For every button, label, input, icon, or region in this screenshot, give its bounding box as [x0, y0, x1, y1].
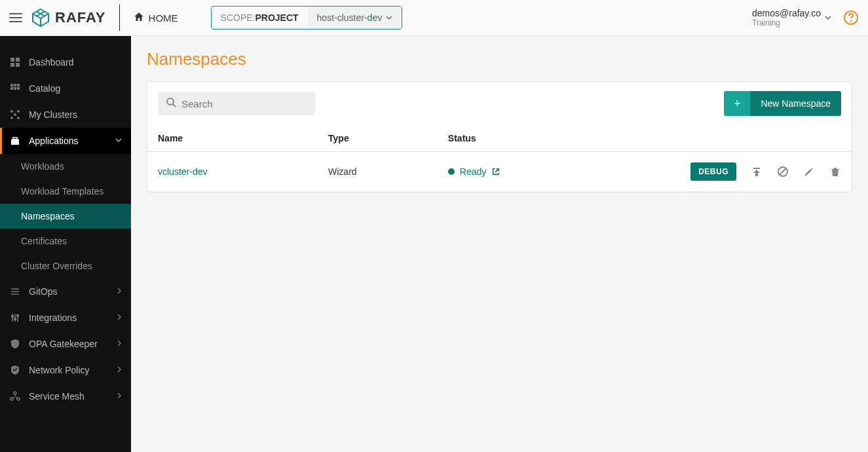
scope-value-dropdown[interactable]: host-cluster-dev	[308, 7, 402, 29]
svg-line-32	[173, 104, 176, 107]
sidebar-item-dashboard[interactable]: Dashboard	[0, 49, 131, 75]
svg-point-28	[14, 392, 16, 394]
chevron-right-icon	[117, 314, 122, 322]
block-icon[interactable]	[777, 166, 789, 178]
sidebar-sub-cluster-overrides[interactable]: Cluster Overrides	[0, 254, 131, 278]
col-type: Type	[318, 125, 438, 152]
home-icon	[133, 11, 145, 25]
publish-icon[interactable]	[751, 166, 763, 178]
debug-button[interactable]: DEBUG	[690, 162, 736, 181]
shield-check-icon	[9, 365, 21, 375]
new-namespace-label: New Namespace	[750, 91, 841, 116]
sidebar-item-label: Cluster Overrides	[21, 261, 92, 271]
sidebar-item-label: Workload Templates	[21, 186, 104, 197]
user-menu[interactable]: demos@rafay.co Training	[752, 8, 831, 28]
scope-kind: PROJECT	[255, 12, 298, 23]
chevron-right-icon	[117, 366, 122, 374]
sidebar-sub-workloads[interactable]: Workloads	[0, 154, 131, 179]
home-label: HOME	[149, 12, 178, 24]
sidebar-item-label: Catalog	[29, 83, 60, 94]
edit-icon[interactable]	[803, 166, 815, 178]
sidebar-item-label: Workloads	[21, 161, 64, 172]
scope-selector[interactable]: SCOPE: PROJECT host-cluster-dev	[211, 6, 403, 29]
search-input[interactable]	[181, 98, 307, 109]
sidebar-item-label: Applications	[29, 136, 79, 146]
top-bar: RAFAY HOME SCOPE: PROJECT host-cluster-d…	[0, 0, 868, 36]
sidebar-item-label: Namespaces	[21, 211, 75, 221]
sidebar-item-label: Dashboard	[29, 57, 74, 67]
sidebar-item-gitops[interactable]: GitOps	[0, 278, 131, 305]
svg-point-16	[10, 117, 13, 119]
svg-rect-12	[14, 87, 16, 90]
sidebar-item-label: Certificates	[21, 236, 67, 246]
svg-rect-6	[10, 63, 14, 67]
new-namespace-button[interactable]: + New Namespace	[724, 91, 841, 116]
svg-point-18	[14, 113, 16, 116]
svg-point-31	[167, 98, 174, 105]
user-email: demos@rafay.co	[752, 8, 821, 18]
svg-point-26	[14, 318, 16, 320]
applications-icon	[9, 136, 21, 146]
mesh-icon	[9, 391, 21, 402]
scope-value: host-cluster-dev	[317, 12, 383, 23]
svg-rect-13	[17, 87, 20, 90]
status-badge[interactable]: Ready	[448, 166, 605, 177]
card-header: + New Namespace	[147, 82, 852, 125]
svg-line-35	[780, 168, 786, 175]
namespace-type: Wizard	[328, 166, 357, 177]
brand-logo[interactable]: RAFAY	[30, 7, 106, 28]
chevron-right-icon	[117, 288, 122, 295]
main-content: Namespaces + New Namespace Name	[131, 36, 868, 452]
sidebar-item-opa-gatekeeper[interactable]: OPA Gatekeeper	[0, 331, 131, 357]
chevron-down-icon	[115, 137, 122, 145]
delete-icon[interactable]	[829, 166, 841, 178]
sidebar-item-label: Service Mesh	[29, 391, 85, 402]
chevron-right-icon	[117, 340, 122, 348]
svg-point-25	[12, 316, 14, 318]
svg-rect-8	[10, 84, 13, 86]
sidebar-item-network-policy[interactable]: Network Policy	[0, 357, 131, 383]
sidebar-sub-certificates[interactable]: Certificates	[0, 229, 131, 254]
search-box[interactable]	[158, 92, 315, 115]
sidebar-sub-namespaces[interactable]: Namespaces	[0, 204, 131, 229]
svg-point-14	[10, 110, 13, 113]
svg-rect-9	[14, 84, 16, 86]
catalog-icon	[9, 83, 21, 94]
user-org: Training	[752, 18, 821, 28]
table-row: vcluster-dev Wizard Ready	[147, 152, 852, 192]
namespace-name-link[interactable]: vcluster-dev	[158, 166, 207, 177]
open-external-icon	[491, 167, 500, 176]
clusters-icon	[9, 109, 21, 120]
scope-label: SCOPE: PROJECT	[212, 7, 308, 29]
svg-rect-7	[16, 63, 20, 67]
logo-text: RAFAY	[55, 9, 106, 26]
chevron-right-icon	[117, 392, 122, 400]
help-icon[interactable]	[843, 10, 859, 26]
plus-icon: +	[724, 91, 750, 116]
sidebar-item-integrations[interactable]: Integrations	[0, 305, 131, 331]
status-dot-icon	[448, 168, 455, 175]
sidebar-item-label: OPA Gatekeeper	[29, 339, 98, 349]
search-icon	[166, 97, 176, 110]
sidebar: Dashboard Catalog My Clusters Applicatio…	[0, 36, 131, 452]
dashboard-icon	[9, 57, 21, 67]
home-link[interactable]: HOME	[133, 11, 178, 25]
col-status: Status	[438, 125, 616, 152]
sidebar-item-service-mesh[interactable]: Service Mesh	[0, 383, 131, 409]
scope-prefix: SCOPE:	[221, 12, 255, 23]
divider	[119, 5, 120, 31]
logo-mark-icon	[30, 7, 51, 28]
sidebar-item-applications[interactable]: Applications	[0, 128, 131, 154]
sidebar-item-catalog[interactable]: Catalog	[0, 75, 131, 102]
svg-rect-10	[17, 84, 20, 86]
sidebar-item-label: My Clusters	[29, 109, 77, 120]
sidebar-item-my-clusters[interactable]: My Clusters	[0, 102, 131, 128]
page-title: Namespaces	[147, 49, 852, 69]
integrations-icon	[9, 312, 21, 323]
sidebar-sub-workload-templates[interactable]: Workload Templates	[0, 179, 131, 204]
chevron-down-icon	[825, 12, 831, 24]
svg-point-27	[17, 315, 19, 317]
namespaces-table: Name Type Status vcluster-dev Wizard	[147, 125, 852, 192]
svg-point-15	[17, 110, 20, 113]
menu-toggle-icon[interactable]	[9, 13, 22, 22]
